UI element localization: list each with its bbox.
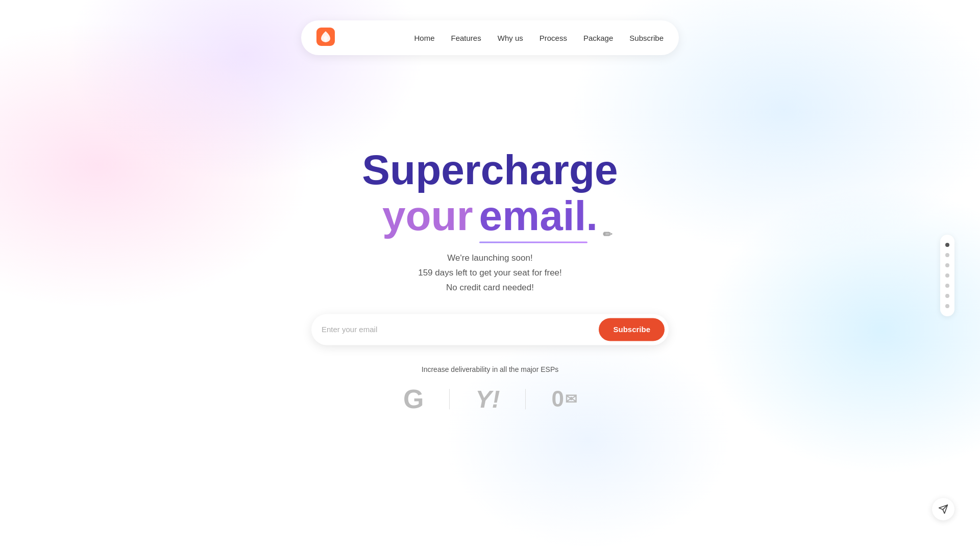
dots-navigation [940,235,954,316]
email-form: Subscribe [311,314,669,345]
esp-section: Increase deliverability in all the major… [311,366,669,415]
yahoo-logo: Y! [450,385,525,413]
logo[interactable] [316,28,335,48]
email-input[interactable] [322,321,595,338]
dot-2[interactable] [945,253,949,257]
subtitle-line1: We're launching soon! [447,254,532,263]
dot-3[interactable] [945,263,949,267]
hero-title-email-wrapper: email. ✏ [479,193,598,239]
hero-title-line1: Supercharge [311,147,669,193]
nav-features[interactable]: Features [451,34,481,42]
dot-5[interactable] [945,284,949,288]
hero-subtitle: We're launching soon! 159 days left to g… [311,252,669,296]
hero-section: Supercharge your email. ✏ We're launchin… [311,147,669,414]
yahoo-icon: Y! [475,385,500,413]
send-icon [938,504,948,514]
hero-title-line2: your email. ✏ [311,193,669,239]
dot-6[interactable] [945,294,949,298]
outlook-logo: 0✉ [526,387,602,412]
subtitle-line2: 159 days left to get your seat for free! [418,268,562,278]
google-icon: G [403,384,424,415]
navbar: Home Features Why us Process Package Sub… [301,20,679,55]
outlook-icon: 0✉ [551,387,576,412]
dot-1[interactable] [945,243,949,247]
dot-7[interactable] [945,304,949,308]
nav-process[interactable]: Process [540,34,567,42]
nav-package[interactable]: Package [583,34,613,42]
esp-label: Increase deliverability in all the major… [311,366,669,374]
nav-subscribe[interactable]: Subscribe [629,34,664,42]
hero-title: Supercharge your email. ✏ [311,147,669,239]
nav-home[interactable]: Home [414,34,435,42]
subscribe-button[interactable]: Subscribe [599,318,665,341]
subtitle-line3: No credit card needed! [446,283,534,293]
pencil-icon: ✏ [603,229,612,241]
hero-title-your: your [382,193,473,239]
esp-logos: G Y! 0✉ [311,384,669,415]
send-fab[interactable] [932,498,954,520]
google-logo: G [378,384,449,415]
hero-title-email: email. [479,193,598,239]
nav-links: Home Features Why us Process Package Sub… [414,34,664,42]
nav-why-us[interactable]: Why us [498,34,523,42]
dot-4[interactable] [945,273,949,278]
hero-underline [479,242,587,243]
